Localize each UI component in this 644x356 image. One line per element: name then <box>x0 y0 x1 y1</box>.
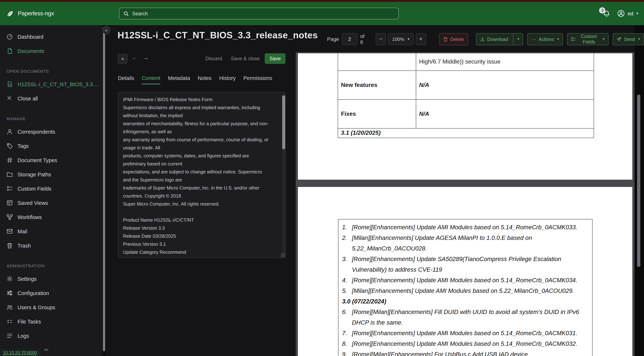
pdf-page-1: High/6.7 Middle)) security issue New fea… <box>298 53 632 180</box>
page-number-input[interactable] <box>342 33 357 45</box>
table-cell-value: N/A <box>416 99 594 128</box>
search-input[interactable] <box>132 11 394 16</box>
sidebar-item-mail[interactable]: Mail <box>0 224 106 238</box>
zoom-select[interactable]: 100% ▾ <box>388 33 414 45</box>
textarea-resize-handle[interactable] <box>281 253 285 258</box>
sidebar-item-document-types[interactable]: Document Types <box>0 153 106 167</box>
save-button[interactable]: Save <box>265 53 286 64</box>
list-item: 6.[Rome][Milan][Enhancements] Fill DUID … <box>342 307 587 328</box>
editor-tabs: Details Content Metadata Notes History P… <box>118 75 272 84</box>
sidebar-item-open-document[interactable]: H12SSL-i_C_CT_NT_BIOS_3.3_release_notes <box>0 77 106 91</box>
zoom-value: 100% <box>392 36 404 42</box>
list-item: 7.[Rome][Enhancements] Update AMI Module… <box>342 328 587 338</box>
page-label: Page <box>327 36 339 42</box>
close-icon <box>6 95 13 102</box>
tab-permissions[interactable]: Permissions <box>243 75 272 84</box>
version-heading: 3.0 (07/22/2024) <box>342 296 587 307</box>
sidebar-item-users-groups[interactable]: Users & Groups <box>0 300 106 314</box>
table-cell-label: New features <box>338 70 416 99</box>
custom-fields-button[interactable]: Custom Fields ▾ <box>567 33 609 45</box>
sidebar-item-correspondents[interactable]: Correspondents <box>0 124 106 139</box>
sidebar-scrollbar-thumb[interactable] <box>103 27 105 351</box>
tab-content[interactable]: Content <box>142 75 160 84</box>
zoom-out-button[interactable]: − <box>376 33 386 45</box>
document-toolbar: Page of 6 − 100% ▾ + Delete Download ▾ ⋯ <box>327 33 644 45</box>
next-document-button[interactable]: → <box>143 54 148 61</box>
section-title-open-documents: OPEN DOCUMENTS <box>0 58 106 77</box>
download-button[interactable]: Download ▾ <box>476 33 523 45</box>
list-item: 5.[Milan][Enhancements] Update AMI Modul… <box>342 286 587 296</box>
save-and-close-button[interactable]: Save & close <box>227 53 264 64</box>
chevron-down-icon: ▾ <box>638 37 640 41</box>
main-scrollbar-thumb[interactable] <box>637 94 640 267</box>
pdf-page-2: 1.[Rome][Enhancements] Update AMI Module… <box>298 187 632 356</box>
download-icon <box>480 37 485 42</box>
previous-document-button[interactable]: ← <box>132 54 138 61</box>
notifications-button[interactable]: 3 <box>603 10 610 17</box>
sidebar-item-configuration[interactable]: Configuration <box>0 286 106 300</box>
person-icon <box>6 128 13 135</box>
window-chrome-strip <box>0 0 644 2</box>
page-total: of 6 <box>360 33 367 45</box>
main-scrollbar[interactable] <box>634 25 644 356</box>
sidebar-scrollbar[interactable] <box>102 25 106 356</box>
list-item: 8.[Rome][Enhancements] Update AMI Module… <box>342 338 587 349</box>
content-scrollbar[interactable] <box>282 94 285 256</box>
sidebar-item-tags[interactable]: Tags <box>0 139 106 153</box>
actions-button[interactable]: ⋯ Actions ▾ <box>527 33 563 45</box>
search-icon <box>124 11 129 16</box>
tab-history[interactable]: History <box>219 75 236 84</box>
chevron-down-icon: ▾ <box>636 12 638 15</box>
send-button[interactable]: Send ▾ <box>612 33 644 45</box>
sidebar-item-storage-paths[interactable]: Storage Paths <box>0 167 106 182</box>
table-version-row: 3.1 (1/20/2025) <box>338 128 594 138</box>
section-title-manage: MANAGE <box>0 106 106 124</box>
paperless-logo-icon <box>6 9 14 18</box>
close-document-button[interactable]: × <box>118 54 128 64</box>
sidebar-collapse-button[interactable]: « <box>102 26 110 34</box>
gear-icon <box>6 276 13 282</box>
custom-fields-icon <box>6 186 13 192</box>
tag-icon <box>6 143 13 149</box>
release-notes-table: High/6.7 Middle)) security issue New fea… <box>338 53 594 138</box>
sidebar-item-file-tasks[interactable]: File Tasks <box>0 314 106 328</box>
mail-icon <box>6 228 13 234</box>
zoom-in-button[interactable]: + <box>416 33 426 45</box>
send-icon <box>616 37 621 42</box>
editor-header: × ← → Discard Save & close Save <box>118 53 286 64</box>
app-brand[interactable]: Paperless-ngx <box>6 2 54 25</box>
notification-badge: 3 <box>599 7 606 13</box>
sidebar-item-documents[interactable]: Documents <box>0 44 106 58</box>
pdf-page-gap <box>296 180 634 187</box>
sidebar: Dashboard Documents OPEN DOCUMENTS H12SS… <box>0 25 106 356</box>
status-extra: on <box>44 348 48 352</box>
delete-button[interactable]: Delete <box>439 33 468 45</box>
chevron-down-icon: ▾ <box>557 37 559 41</box>
sidebar-item-dashboard[interactable]: Dashboard <box>0 30 106 44</box>
content-textarea[interactable]: IPMI Firmware / BIOS Release Notes Form … <box>118 92 286 258</box>
content-scrollbar-thumb[interactable] <box>282 95 285 149</box>
discard-button[interactable]: Discard <box>202 53 226 64</box>
sidebar-item-trash[interactable]: Trash <box>0 238 106 253</box>
list-item: 1.[Rome][Enhancements] Update AMI Module… <box>342 222 587 232</box>
sidebar-item-saved-views[interactable]: Saved Views <box>0 196 106 210</box>
tab-metadata[interactable]: Metadata <box>168 75 190 84</box>
app-title: Paperless-ngx <box>18 10 54 17</box>
sidebar-item-logs[interactable]: Logs <box>0 328 106 343</box>
sidebar-item-close-all[interactable]: Close all <box>0 91 106 106</box>
close-icon: × <box>121 56 124 62</box>
sidebar-item-settings[interactable]: Settings <box>0 272 106 286</box>
tab-notes[interactable]: Notes <box>198 75 212 84</box>
sidebar-item-custom-fields[interactable]: Custom Fields <box>0 182 106 196</box>
ellipsis-icon: ⋯ <box>531 36 536 42</box>
tab-details[interactable]: Details <box>118 75 134 84</box>
chevron-down-icon: ▾ <box>603 37 604 41</box>
list-item: 2.[Milan][Enhancements] Update AGESA Mil… <box>342 232 587 254</box>
sidebar-item-workflows[interactable]: Workflows <box>0 210 106 224</box>
user-menu[interactable]: ed ▾ <box>618 10 638 17</box>
pdf-preview-pane[interactable]: High/6.7 Middle)) security issue New fea… <box>296 52 634 356</box>
download-menu-toggle[interactable]: ▾ <box>513 34 519 45</box>
table-cell-value: N/A <box>416 70 594 99</box>
minus-icon: − <box>379 36 382 42</box>
trash-icon <box>443 37 448 42</box>
